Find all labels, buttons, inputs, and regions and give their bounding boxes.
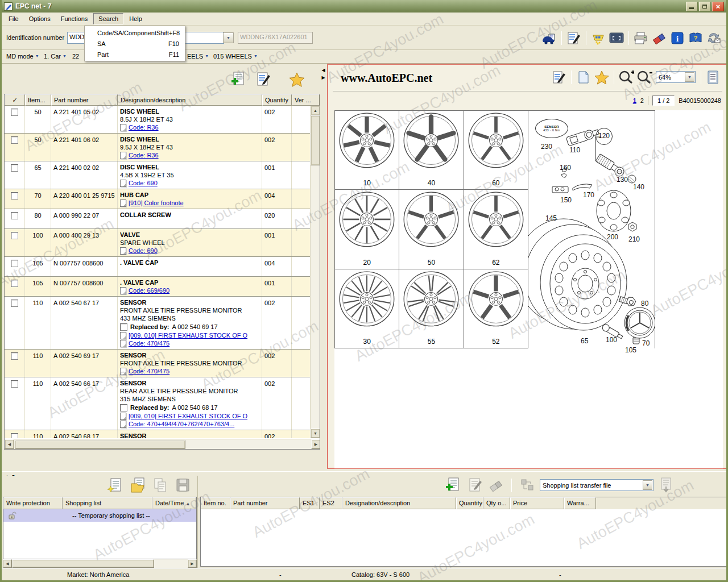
col-item[interactable]: Item... [25,94,51,106]
col-price[interactable]: Price [510,497,564,509]
code-link[interactable]: Code: 470/475 [129,367,169,375]
wheel-variant-cell[interactable]: 30 [335,269,399,348]
minimize-button[interactable] [686,2,698,11]
col-date-time[interactable]: Date/Time ▲ [152,497,196,509]
table-row[interactable]: 110A 002 540 69 17SENSORFRONT AXLE TIRE … [5,350,310,377]
document-list-icon[interactable] [705,69,721,85]
add-item-icon[interactable] [445,477,461,493]
menu-search[interactable]: Search [93,13,123,24]
menu-options[interactable]: Options [24,14,55,24]
footnote-document-icon[interactable] [120,421,126,428]
col-es2[interactable]: ES2 [320,497,342,509]
expand-right-icon[interactable]: ▶ [320,74,326,81]
code-link[interactable]: [009, 010] FIRST EXHAUST STOCK OF O [129,331,247,339]
menu-item-code-sa-component[interactable]: Code/SA/Component Shift+F8 [85,27,185,38]
page-view-icon[interactable] [576,69,592,85]
table-row[interactable]: 70A 220 400 01 25 9715HUB CAP[910] Color… [5,189,310,209]
nav-md-mode[interactable]: MD mode▼ [6,53,39,60]
add-to-shopping-list-icon[interactable] [230,72,246,87]
row-checkbox[interactable] [11,352,18,360]
shopping-basket-icon[interactable] [590,31,606,46]
code-link[interactable]: [910] Color footnote [129,199,184,207]
col-quantity[interactable]: Quantity [456,497,483,509]
open-shopping-list-icon[interactable] [130,477,146,493]
menu-item-part[interactable]: Part F11 [85,49,185,60]
row-checkbox[interactable] [11,260,18,267]
page-1-link[interactable]: 1 [633,97,636,104]
menu-item-sa[interactable]: SA F10 [85,38,185,49]
col-item-no[interactable]: Item no. [201,497,230,509]
col-version[interactable]: Ver ... [292,94,320,106]
nav-group[interactable]: EELS▼ [187,53,209,60]
parts-table-horizontal-scrollbar[interactable]: ◀ ▶ ▶ [5,439,320,449]
zoom-in-icon[interactable] [618,69,634,85]
code-link[interactable]: Code: R36 [129,151,159,159]
zoom-level-combo[interactable]: 64% ▼ [656,71,696,83]
col-part-number[interactable]: Part number [230,497,300,509]
table-row[interactable]: 50A 221 401 06 02DISC WHEEL9.5J X 18H2 E… [5,134,310,161]
replaced-by-checkbox[interactable] [120,323,127,331]
row-checkbox[interactable] [11,280,18,287]
wheel-variant-cell[interactable]: 40 [399,111,464,190]
favorites-star-icon[interactable] [288,72,304,87]
new-shopping-list-icon[interactable] [107,477,123,493]
code-link[interactable]: Code: 470/475 [129,339,169,347]
shopping-list-row[interactable]: -- Temporary shopping list -- [3,509,196,522]
parts-table-vertical-scrollbar[interactable]: ▲ ▼ [310,106,320,438]
row-checkbox[interactable] [11,109,18,116]
restore-button[interactable] [699,2,711,11]
vehicle-data-icon[interactable] [541,31,557,46]
table-row[interactable]: 50A 221 401 05 02DISC WHEEL8.5J X 18H2 E… [5,106,310,134]
bottom-splitter[interactable]: ▲▼ [2,471,726,476]
code-link[interactable]: Code: 690 [129,247,158,255]
close-button[interactable]: × [712,2,724,11]
footnote-document-icon[interactable] [120,180,126,187]
delete-item-icon[interactable] [488,477,504,493]
wheel-variant-cell[interactable]: 52 [464,269,528,348]
notes-icon[interactable] [551,69,567,85]
table-row[interactable]: 110A 002 540 67 17SENSORFRONT AXLE TIRE … [5,297,310,350]
transfer-icon[interactable] [519,477,535,493]
print-icon[interactable] [633,31,649,46]
table-row[interactable]: 105N 007757 008600. VALVE CAP 004 [5,257,310,277]
col-warranty[interactable]: Warra... [564,497,596,509]
row-checkbox[interactable] [11,433,18,438]
zoom-out-icon[interactable] [636,69,652,85]
shopping-lists-hscrollbar[interactable]: ◀ ▶ [3,559,197,568]
footnote-document-icon[interactable] [120,340,126,347]
zoom-combo-arrow[interactable]: ▼ [685,72,694,82]
fullscreen-icon[interactable] [609,31,624,46]
send-data-icon[interactable] [706,31,722,46]
illustration-image[interactable]: 104060205062305552 [334,110,723,468]
footnote-document-icon[interactable] [120,368,126,375]
notes-icon[interactable] [566,31,582,46]
row-checkbox[interactable] [11,192,18,199]
col-es1[interactable]: ES1 [300,497,320,509]
code-link[interactable]: [009, 010] FIRST EXHAUST STOCK OF O [129,412,247,420]
code-link[interactable]: Code: 470+494/470+762/470+763/4... [129,420,234,428]
footnote-document-icon[interactable] [120,413,126,420]
col-check[interactable]: ✓ [5,94,25,106]
col-write-protection[interactable]: Write protection [3,497,63,509]
panel-splitter[interactable]: ◀ ▶ [320,64,327,471]
footnote-document-icon[interactable] [120,247,126,255]
transfer-combo-arrow[interactable]: ▼ [643,480,652,490]
table-row[interactable]: 110A 002 540 66 17SENSORREAR AXLE TIRE P… [5,377,310,430]
eraser-icon[interactable] [651,31,667,46]
replaced-by-checkbox[interactable] [120,404,127,411]
row-checkbox[interactable] [11,380,18,388]
col-qty-ordered[interactable]: Qty o... [483,497,510,509]
export-icon[interactable] [658,477,674,493]
nav-car[interactable]: 1. Car▼ [44,53,67,60]
collapse-left-icon[interactable]: ◀ [320,66,326,74]
page-2-link[interactable]: 2 [640,97,644,104]
code-link[interactable]: Code: R36 [129,123,159,131]
wheel-variant-cell[interactable]: 10 [335,111,399,190]
table-row[interactable]: 80A 000 990 22 07COLLAR SCREW 020 [5,209,310,229]
table-row[interactable]: 105N 007757 008600. VALVE CAPCode: 669/6… [5,277,310,297]
col-part-number[interactable]: Part number [51,94,118,106]
edit-item-icon[interactable] [466,477,482,493]
wheel-variant-cell[interactable]: 62 [464,190,528,269]
col-quantity[interactable]: Quantity [262,94,292,106]
row-checkbox[interactable] [11,212,18,219]
